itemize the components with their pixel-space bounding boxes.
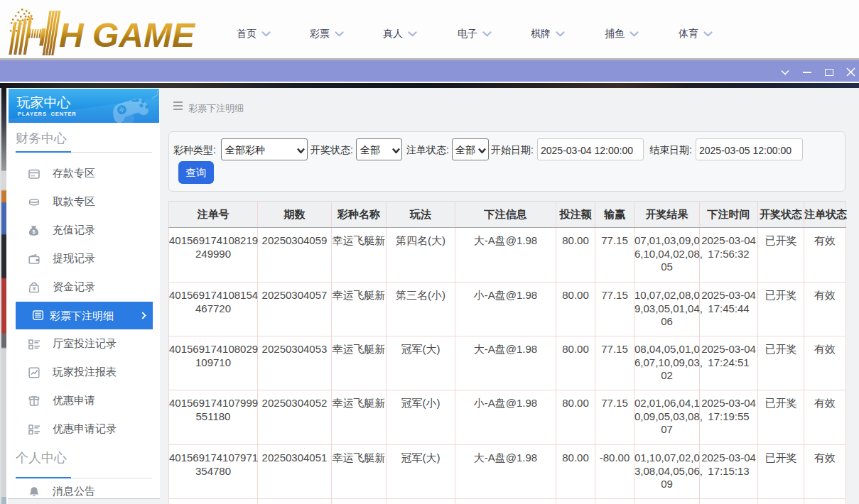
svg-text:H: H xyxy=(59,16,85,54)
svg-text:¥: ¥ xyxy=(33,285,36,292)
svg-text:GAME: GAME xyxy=(92,16,196,54)
